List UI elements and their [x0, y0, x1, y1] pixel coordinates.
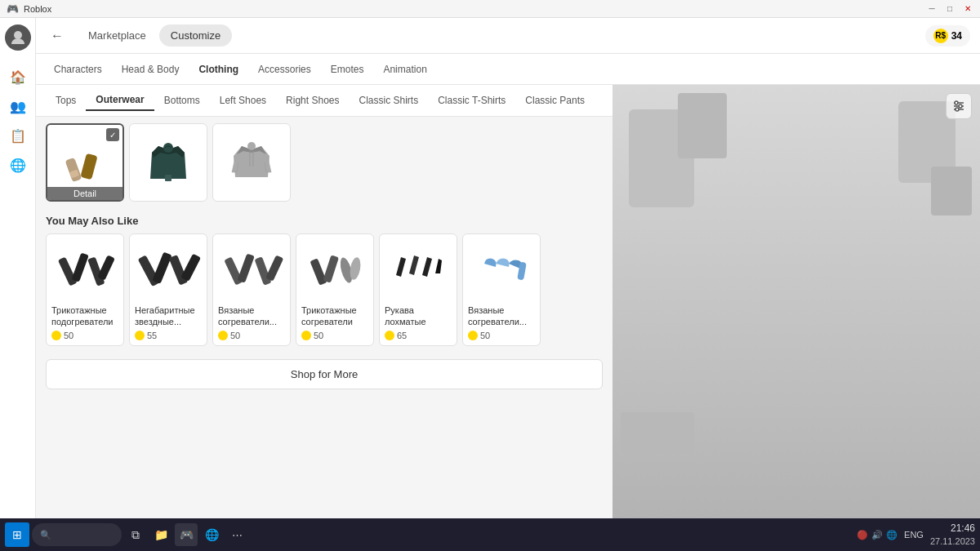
sidebar-globe-icon[interactable]: 🌐	[5, 152, 31, 178]
suggestions-grid: Трикотажные подогреватели 50	[46, 233, 603, 346]
shop-more-button[interactable]: Shop for More	[46, 359, 603, 389]
close-button[interactable]: ✕	[962, 3, 973, 15]
taskbar-system-icons: 🔴 🔊 🌐	[857, 530, 898, 540]
tab-marketplace[interactable]: Marketplace	[77, 24, 158, 47]
subtab-left-shoes[interactable]: Left Shoes	[210, 90, 276, 111]
svg-point-0	[14, 31, 22, 39]
svg-rect-22	[323, 255, 339, 282]
cat-characters[interactable]: Characters	[46, 60, 110, 78]
suggestion-img-6	[468, 239, 537, 301]
svg-rect-20	[265, 255, 283, 281]
back-button[interactable]: ←	[46, 24, 69, 47]
suggestion-price-value-2: 55	[147, 331, 157, 340]
taskbar-right: 🔴 🔊 🌐 ENG 21:46 27.11.2023	[857, 522, 975, 548]
taskbar-task-view[interactable]: ⧉	[124, 523, 147, 546]
main-content: ← Marketplace Customize R$ 34 Characters…	[36, 18, 980, 551]
svg-rect-1	[65, 158, 82, 182]
suggestion-card-1[interactable]: Трикотажные подогреватели 50	[46, 233, 124, 346]
subtab-classic-shirts[interactable]: Classic Shirts	[349, 90, 428, 111]
suggestion-name-1: Трикотажные подогреватели	[51, 304, 118, 328]
suggestion-name-2: Негабаритные звездные...	[135, 304, 202, 328]
sidebar-people-icon[interactable]: 👥	[5, 93, 31, 119]
suggestion-price-value-6: 50	[480, 331, 490, 340]
taskbar-roblox[interactable]: 🎮	[175, 523, 198, 546]
taskbar-file-explorer[interactable]: 📁	[149, 523, 172, 546]
subtab-bottoms[interactable]: Bottoms	[154, 90, 210, 111]
suggestion-price-1: 50	[51, 331, 118, 340]
suggestion-card-4[interactable]: Трикотажные согреватели 50	[296, 233, 374, 346]
item-card-3[interactable]	[212, 123, 291, 202]
suggestion-img-2	[135, 239, 203, 301]
top-nav-tabs: Marketplace Customize	[77, 24, 232, 47]
subtab-outerwear[interactable]: Outerwear	[86, 90, 154, 111]
suggestion-price-value-3: 50	[230, 331, 240, 340]
settings-button[interactable]	[946, 93, 972, 119]
suggestion-card-2[interactable]: Негабаритные звездные... 55	[129, 233, 207, 346]
suggestion-price-3: 50	[218, 331, 285, 340]
suggestion-name-6: Вязаные согреватели...	[468, 304, 535, 328]
cat-accessories[interactable]: Accessories	[250, 60, 319, 78]
sidebar-home-icon[interactable]: 🏠	[5, 64, 31, 90]
scene-block-2	[678, 93, 727, 158]
app-title: Roblox	[24, 4, 51, 14]
subtab-classic-pants[interactable]: Classic Pants	[515, 90, 595, 111]
sidebar-list-icon[interactable]: 📋	[5, 122, 31, 149]
taskbar-lang: ENG	[904, 530, 924, 540]
top-bar: ← Marketplace Customize R$ 34	[36, 18, 980, 54]
suggestion-name-4: Трикотажные согреватели	[301, 304, 368, 328]
robux-small-icon-1	[51, 331, 61, 340]
subtab-classic-tshirts[interactable]: Classic T-Shirts	[428, 90, 515, 111]
suggestion-price-value-1: 50	[64, 331, 74, 340]
suggestion-price-4: 50	[301, 331, 368, 340]
suggestion-price-value-4: 50	[314, 331, 323, 340]
cat-head-body[interactable]: Head & Body	[114, 60, 188, 78]
taskbar-time: 21:46	[930, 522, 975, 535]
subtab-tops[interactable]: Tops	[46, 90, 86, 111]
cat-animation[interactable]: Animation	[375, 60, 434, 78]
svg-point-59	[955, 101, 958, 104]
subtab-right-shoes[interactable]: Right Shoes	[276, 90, 349, 111]
avatar[interactable]	[5, 24, 31, 51]
svg-point-6	[247, 142, 256, 150]
item-image-2	[136, 130, 201, 195]
suggestion-price-2: 55	[135, 331, 202, 340]
item-card-2[interactable]	[129, 123, 207, 202]
start-button[interactable]: ⊞	[5, 522, 29, 547]
suggestions-section: You May Also Like	[36, 208, 612, 353]
suggestion-price-5: 65	[385, 331, 452, 340]
left-panel: Tops Outerwear Bottoms Left Shoes Right …	[36, 85, 612, 551]
suggestion-card-5[interactable]: Рукава лохматые 65	[379, 233, 457, 346]
suggestion-name-3: Вязаные согреватели...	[218, 304, 285, 328]
cat-clothing[interactable]: Clothing	[190, 60, 247, 78]
sub-tabs: Tops Outerwear Bottoms Left Shoes Right …	[36, 85, 612, 117]
item-image-3	[219, 130, 284, 195]
sidebar: 🏠 👥 📋 🌐	[0, 18, 36, 551]
robux-badge: R$ 34	[925, 25, 970, 47]
robux-small-icon-4	[301, 331, 311, 340]
taskbar-browser[interactable]: 🌐	[200, 523, 223, 546]
cat-emotes[interactable]: Emotes	[323, 60, 372, 78]
taskbar-apps[interactable]: ⋯	[225, 523, 248, 546]
suggestion-card-3[interactable]: Вязаные согреватели... 50	[212, 233, 291, 346]
robux-small-icon-3	[218, 331, 228, 340]
minimize-button[interactable]: ─	[926, 3, 938, 15]
svg-point-4	[163, 143, 173, 153]
tab-customize[interactable]: Customize	[159, 24, 232, 47]
svg-rect-18	[237, 253, 254, 282]
scene-block-5	[621, 412, 694, 453]
maximize-button[interactable]: □	[944, 3, 956, 15]
suggestion-card-6[interactable]: Вязаные согреватели... 50	[462, 233, 541, 346]
items-section: ✓ Detail	[36, 117, 612, 208]
suggestion-img-4	[301, 239, 370, 301]
robux-small-icon-2	[135, 331, 145, 340]
taskbar-search[interactable]: 🔍	[32, 523, 122, 546]
taskbar-date: 27.11.2023	[930, 535, 975, 548]
suggestion-price-value-5: 65	[397, 331, 407, 340]
svg-rect-21	[310, 258, 327, 285]
title-bar: 🎮 Roblox ─ □ ✕	[0, 0, 980, 18]
scene-block-4	[931, 167, 972, 216]
items-grid: ✓ Detail	[46, 123, 603, 202]
taskbar-clock: 21:46 27.11.2023	[930, 522, 975, 548]
suggestion-img-1	[51, 239, 120, 301]
item-card-1[interactable]: ✓ Detail	[46, 123, 124, 202]
